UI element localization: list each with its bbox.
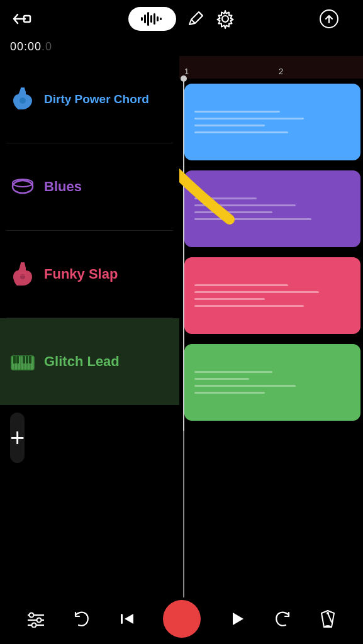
add-icon: + <box>10 425 25 450</box>
clip-row-dirty-power-chord[interactable] <box>179 79 363 165</box>
header-right <box>319 9 350 29</box>
clip-block-glitch-lead[interactable] <box>184 344 360 421</box>
header-center <box>128 7 235 31</box>
keys-icon <box>10 349 35 374</box>
ruler-mark-2: 2 <box>279 67 283 76</box>
svg-point-39 <box>31 623 36 628</box>
metronome-icon <box>319 609 337 628</box>
ruler-mark-1: 1 <box>184 67 189 76</box>
redo-button[interactable] <box>273 610 292 628</box>
timestamp: 00:00.0 <box>0 38 363 56</box>
play-icon <box>228 610 246 628</box>
svg-rect-7 <box>160 18 162 20</box>
main-area: Dirty Power Chord Blues <box>0 56 363 509</box>
clips-area <box>179 79 363 426</box>
clip-row-funky-slap[interactable] <box>179 252 363 339</box>
svg-rect-30 <box>23 356 25 364</box>
rewind-icon <box>118 610 136 628</box>
svg-rect-6 <box>157 16 159 21</box>
mixer-button[interactable] <box>26 610 45 628</box>
waveform-icon <box>141 12 164 26</box>
svg-point-17 <box>20 274 25 279</box>
svg-rect-5 <box>154 13 155 25</box>
back-button[interactable] <box>13 9 31 28</box>
svg-rect-31 <box>26 356 28 364</box>
svg-rect-32 <box>29 356 31 364</box>
gear-icon <box>215 9 235 29</box>
waveform-button[interactable] <box>128 7 176 31</box>
track-name-dirty-power-chord: Dirty Power Chord <box>44 92 149 107</box>
clip-block-blues[interactable] <box>184 170 360 247</box>
svg-rect-40 <box>121 614 123 624</box>
add-track-button[interactable]: + <box>10 413 25 463</box>
track-name-glitch-lead: Glitch Lead <box>44 353 120 370</box>
svg-point-10 <box>20 97 26 104</box>
header <box>0 0 363 38</box>
ruler: 1 2 <box>179 56 363 79</box>
record-button[interactable] <box>163 600 201 638</box>
pencil-button[interactable] <box>186 9 205 28</box>
rewind-button[interactable] <box>118 610 136 628</box>
metronome-button[interactable] <box>319 609 337 628</box>
upload-button[interactable] <box>319 9 339 29</box>
pencil-icon <box>186 9 205 28</box>
time-decimal: .0 <box>42 40 52 53</box>
bass-icon <box>10 262 35 287</box>
clip-block-dirty-power-chord[interactable] <box>184 84 360 160</box>
track-item-dirty-power-chord[interactable]: Dirty Power Chord <box>0 56 179 143</box>
guitar-icon <box>10 87 35 112</box>
track-item-funky-slap[interactable]: Funky Slap <box>0 231 179 318</box>
svg-rect-28 <box>13 356 16 364</box>
svg-point-37 <box>29 613 33 618</box>
svg-point-8 <box>222 16 228 22</box>
svg-point-42 <box>327 612 329 614</box>
mixer-icon <box>26 610 45 628</box>
redo-icon <box>273 610 292 628</box>
svg-rect-2 <box>144 14 146 23</box>
upload-icon <box>319 9 339 29</box>
header-left <box>13 9 44 28</box>
track-list: Dirty Power Chord Blues <box>0 56 179 509</box>
track-item-blues[interactable]: Blues <box>0 143 179 230</box>
track-item-glitch-lead[interactable]: Glitch Lead <box>0 318 179 405</box>
svg-line-41 <box>328 613 332 622</box>
timeline-area: 1 2 <box>179 56 363 509</box>
time-value: 00:00 <box>10 40 42 53</box>
clip-row-blues[interactable] <box>179 165 363 252</box>
track-name-funky-slap: Funky Slap <box>44 266 118 282</box>
track-name-blues: Blues <box>44 179 82 195</box>
undo-button[interactable] <box>72 610 91 628</box>
svg-rect-1 <box>141 17 143 21</box>
undo-icon <box>72 610 91 628</box>
svg-rect-29 <box>16 356 19 364</box>
svg-rect-4 <box>150 15 152 23</box>
drum-icon <box>10 174 35 199</box>
clip-block-funky-slap[interactable] <box>184 257 360 334</box>
svg-rect-3 <box>147 12 149 26</box>
clip-row-glitch-lead[interactable] <box>179 339 363 426</box>
bottom-toolbar <box>0 594 363 644</box>
gear-button[interactable] <box>215 9 235 29</box>
play-button[interactable] <box>228 610 246 628</box>
svg-point-38 <box>36 618 41 623</box>
